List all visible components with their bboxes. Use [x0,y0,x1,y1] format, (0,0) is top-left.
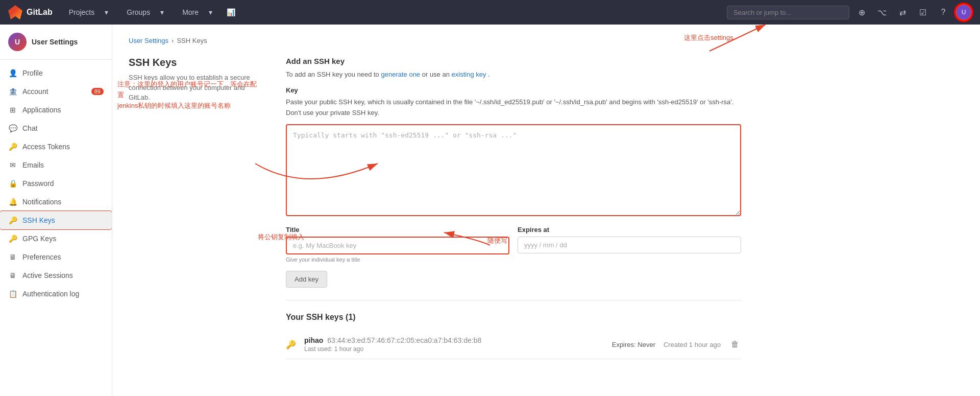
sidebar-item-profile[interactable]: 👤 Profile [0,64,112,82]
nav-projects[interactable]: Projects ▾ [61,4,117,20]
breadcrumb: User Settings › SSH Keys [129,37,964,44]
page-title: SSH Keys [129,57,261,68]
sidebar-item-label: Access Tokens [22,143,70,151]
merge-request-icon[interactable]: ⇄ [894,4,911,20]
key-field-description: Paste your public SSH key, which is usua… [286,97,741,119]
sidebar: U User Settings 👤 Profile 🏦 Account 89 ⊞… [0,25,112,396]
sidebar-item-account[interactable]: 🏦 Account 89 [0,82,112,101]
account-badge: 89 [91,88,104,95]
expires-input[interactable] [518,237,741,253]
ssh-key-info: pihao 63:44:e3:ed:57:46:67:c2:05:eca0:a7… [304,336,604,353]
ssh-keys-icon: 🔑 [8,216,17,224]
sidebar-item-access-tokens[interactable]: 🔑 Access Tokens [0,137,112,156]
sidebar-item-label: Applications [22,106,61,114]
chevron-down-icon: ▾ [156,6,168,18]
sidebar-item-label: SSH Keys [22,216,55,224]
user-avatar[interactable]: U [955,4,972,20]
your-keys-title: Your SSH keys (1) [286,313,741,322]
brand[interactable]: GitLab [8,5,53,19]
ssh-key-textarea[interactable] [286,124,741,216]
add-key-description: To add an SSH key you need to generate o… [286,69,741,80]
title-hint: Give your individual key a title [286,257,509,263]
profile-icon: 👤 [8,69,17,77]
sidebar-item-gpg-keys[interactable]: 🔑 GPG Keys [0,229,112,248]
sidebar-item-preferences[interactable]: 🖥 Preferences [0,248,112,266]
navbar: GitLab Projects ▾ Groups ▾ More ▾ 📊 ⊕ ⌥ … [0,0,980,25]
sidebar-item-emails[interactable]: ✉ Emails [0,156,112,174]
search-input[interactable] [727,6,849,19]
access-tokens-icon: 🔑 [8,143,17,151]
preferences-icon: 🖥 [8,253,17,261]
sidebar-header: U User Settings [0,25,112,60]
sidebar-item-label: Emails [22,161,44,169]
sidebar-title: User Settings [32,38,78,46]
layout: U User Settings 👤 Profile 🏦 Account 89 ⊞… [0,25,980,396]
key-field-label: Key [286,86,741,94]
expires-form-group: Expires at [518,226,741,253]
nav-more-label: More [178,6,203,18]
sidebar-item-label: Chat [22,124,38,132]
add-key-section-title: Add an SSH key [286,57,741,65]
sidebar-item-label: Active Sessions [22,271,73,279]
gitlab-logo-icon [8,5,22,19]
ssh-key-last-used: Last used: 1 hour ago [304,345,604,353]
right-column: Add an SSH key To add an SSH key you nee… [286,57,741,359]
sidebar-item-ssh-keys[interactable]: 🔑 SSH Keys [0,211,112,229]
sidebar-item-auth-log[interactable]: 📋 Authentication log [0,285,112,303]
title-form-group: Title Give your individual key a title [286,226,509,263]
title-label: Title [286,226,509,234]
sidebar-navigation: 👤 Profile 🏦 Account 89 ⊞ Applications 💬 … [0,60,112,307]
sidebar-item-active-sessions[interactable]: 🖥 Active Sessions [0,266,112,285]
existing-key-link[interactable]: existing key [452,71,486,78]
expires-label: Expires at [518,226,741,234]
chevron-down-icon: ▾ [101,6,112,18]
left-column: SSH Keys SSH keys allow you to establish… [129,57,261,359]
plus-icon[interactable]: ⊕ [853,4,870,20]
navbar-right: ⊕ ⌥ ⇄ ☑ ? U [727,4,972,20]
sidebar-item-password[interactable]: 🔒 Password [0,174,112,193]
active-sessions-icon: 🖥 [8,271,17,279]
sidebar-item-label: Password [22,179,54,188]
ssh-key-expires: Expires: Never [612,341,655,348]
sidebar-item-label: Preferences [22,253,61,261]
add-key-button[interactable]: Add key [286,271,327,288]
delete-key-button[interactable]: 🗑 [729,338,741,351]
nav-stats-icon[interactable]: 📊 [223,6,239,18]
sidebar-item-chat[interactable]: 💬 Chat [0,119,112,137]
ssh-key-name: pihao 63:44:e3:ed:57:46:67:c2:05:eca0:a7… [304,336,604,344]
navbar-nav: Projects ▾ Groups ▾ More ▾ 📊 [61,4,239,20]
sidebar-item-label: Authentication log [22,290,79,298]
password-icon: 🔒 [8,179,17,188]
title-input[interactable] [286,237,509,254]
sidebar-item-label: Account [22,87,48,96]
applications-icon: ⊞ [8,106,17,114]
search-wrapper [727,6,849,19]
breadcrumb-separator: › [172,37,174,44]
key-icon: 🔑 [286,340,296,350]
sidebar-item-label: Notifications [22,198,61,206]
nav-groups[interactable]: Groups ▾ [118,4,172,20]
title-expires-row: Title Give your individual key a title E… [286,226,741,263]
chevron-down-icon: ▾ [205,6,216,18]
account-icon: 🏦 [8,87,17,96]
main-content: User Settings › SSH Keys SSH Keys SSH ke… [112,25,980,396]
sidebar-item-label: GPG Keys [22,235,56,243]
breadcrumb-home[interactable]: User Settings [129,37,168,44]
page-description: SSH keys allow you to establish a secure… [129,73,261,103]
sidebar-item-notifications[interactable]: 🔔 Notifications [0,193,112,211]
two-column-layout: SSH Keys SSH keys allow you to establish… [129,57,741,359]
sidebar-item-applications[interactable]: ⊞ Applications [0,101,112,119]
breadcrumb-current: SSH Keys [177,37,207,44]
brand-label: GitLab [27,8,53,17]
auth-log-icon: 📋 [8,290,17,298]
checklist-icon[interactable]: ☑ [915,4,931,20]
code-icon[interactable]: ⌥ [874,4,890,20]
generate-key-link[interactable]: generate one [381,71,420,78]
nav-more[interactable]: More ▾ [174,4,220,20]
ssh-key-created: Created 1 hour ago [664,341,721,348]
nav-projects-label: Projects [65,6,99,18]
help-icon[interactable]: ? [935,4,951,20]
section-divider [286,300,741,300]
chat-icon: 💬 [8,124,17,132]
gpg-keys-icon: 🔑 [8,235,17,243]
